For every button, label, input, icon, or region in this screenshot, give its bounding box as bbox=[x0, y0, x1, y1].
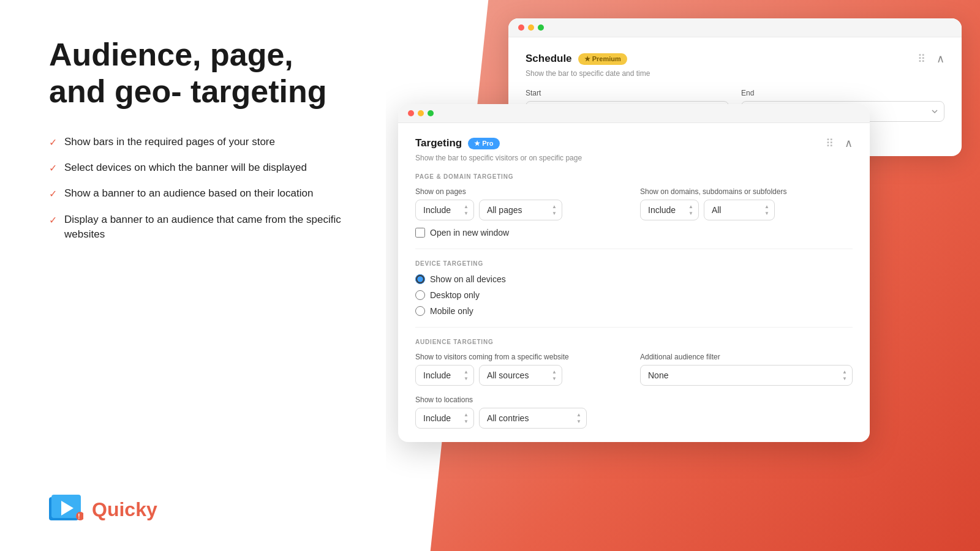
chevron-box-1: ▲ ▼ bbox=[459, 204, 473, 216]
device-radio-group: Show on all devices Desktop only Mobile … bbox=[415, 274, 853, 316]
section-sep-2 bbox=[415, 327, 853, 328]
show-visitors-group: Show to visitors coming from a specific … bbox=[415, 353, 628, 386]
right-panel: Schedule ★ Premium ⠿ ∧ Show the bar to s… bbox=[386, 0, 980, 551]
open-new-window-checkbox[interactable] bbox=[415, 228, 425, 238]
all-select-wrapper: All ▲ ▼ bbox=[704, 200, 775, 220]
hero-title: Audience, page, and geo- targeting bbox=[49, 37, 355, 110]
all-countries-select-wrapper: All contries ▲ ▼ bbox=[479, 408, 587, 429]
check-icon: ✓ bbox=[49, 214, 57, 227]
include-select-2[interactable]: Include bbox=[641, 200, 684, 220]
radio-desktop-only-label: Desktop only bbox=[430, 290, 480, 300]
end-label: End bbox=[741, 89, 944, 97]
targeting-section-header: Targeting ★ Pro ⠿ ∧ bbox=[415, 137, 853, 150]
additional-filter-label: Additional audience filter bbox=[640, 353, 853, 361]
show-on-domains-label: Show on domains, subdomains or subfolder… bbox=[640, 187, 853, 196]
include-select-4[interactable]: Include bbox=[416, 408, 459, 428]
device-option-desktop[interactable]: Desktop only bbox=[415, 290, 853, 300]
logo-text: Quicky bbox=[92, 498, 157, 521]
chevron-box-9: ▲ ▼ bbox=[571, 412, 586, 424]
page-domain-title: PAGE & DOMAIN TARGETING bbox=[415, 173, 853, 180]
audience-section-title: AUDIENCE TARGETING bbox=[415, 339, 853, 345]
targeting-titlebar bbox=[398, 104, 870, 123]
show-on-domains-selects: Include ▲ ▼ All ▲ bbox=[640, 200, 853, 220]
all-pages-select-wrapper: All pages ▲ ▼ bbox=[479, 200, 562, 220]
grid-icon: ⠿ bbox=[918, 52, 927, 66]
chevron-box-6: ▲ ▼ bbox=[547, 369, 562, 381]
show-visitors-selects: Include ▲ ▼ All sources bbox=[415, 365, 628, 386]
device-option-all[interactable]: Show on all devices bbox=[415, 274, 853, 284]
radio-all-devices[interactable] bbox=[415, 274, 425, 284]
collapse-icon[interactable]: ∧ bbox=[937, 52, 944, 66]
page-domain-row: Show on pages Include ▲ ▼ bbox=[415, 187, 853, 220]
features-list: ✓ Show bars in the required pages of you… bbox=[49, 135, 355, 242]
dot-yellow bbox=[418, 110, 424, 116]
device-option-mobile[interactable]: Mobile only bbox=[415, 306, 853, 316]
show-on-pages-group: Show on pages Include ▲ ▼ bbox=[415, 187, 628, 220]
radio-mobile-only-label: Mobile only bbox=[430, 306, 473, 316]
schedule-title: Schedule bbox=[526, 53, 572, 65]
chevron-box-2: ▲ ▼ bbox=[547, 204, 562, 216]
all-countries-select[interactable]: All contries bbox=[480, 408, 571, 428]
dot-green bbox=[428, 110, 434, 116]
dot-yellow bbox=[528, 24, 534, 31]
open-new-window-label: Open in new window bbox=[430, 228, 509, 238]
section-header: Schedule ★ Premium ⠿ ∧ bbox=[526, 52, 944, 66]
schedule-subtitle: Show the bar to specific date and time bbox=[526, 69, 944, 78]
list-item: ✓ Select devices on which the banner wil… bbox=[49, 160, 355, 175]
include-select-2-wrapper: Include ▲ ▼ bbox=[640, 200, 699, 220]
none-select-wrapper: None ▲ ▼ bbox=[640, 365, 853, 386]
radio-all-devices-label: Show on all devices bbox=[430, 274, 506, 284]
all-sources-select-wrapper: All sources ▲ ▼ bbox=[479, 365, 562, 386]
all-select[interactable]: All bbox=[704, 200, 760, 220]
section-sep-1 bbox=[415, 249, 853, 249]
show-locations-group: Show to locations Include ▲ ▼ bbox=[415, 395, 853, 429]
list-item: ✓ Show a banner to an audience based on … bbox=[49, 186, 355, 201]
show-locations-selects: Include ▲ ▼ All contries bbox=[415, 408, 853, 429]
all-pages-select[interactable]: All pages bbox=[480, 200, 547, 220]
none-select[interactable]: None bbox=[641, 365, 837, 385]
targeting-body: Targeting ★ Pro ⠿ ∧ Show the bar to spec… bbox=[398, 123, 870, 442]
additional-filter-group: Additional audience filter None ▲ ▼ bbox=[640, 353, 853, 386]
check-icon: ✓ bbox=[49, 187, 57, 201]
chevron-box-3: ▲ ▼ bbox=[684, 204, 698, 216]
show-on-pages-label: Show on pages bbox=[415, 187, 628, 196]
radio-mobile-only[interactable] bbox=[415, 306, 425, 316]
show-on-pages-selects: Include ▲ ▼ All pages bbox=[415, 200, 628, 220]
check-icon: ✓ bbox=[49, 162, 57, 175]
show-visitors-label: Show to visitors coming from a specific … bbox=[415, 353, 628, 361]
check-icon: ✓ bbox=[49, 136, 57, 149]
chevron-box-8: ▲ ▼ bbox=[459, 412, 473, 424]
include-select-1[interactable]: Include bbox=[416, 200, 459, 220]
targeting-card: Targeting ★ Pro ⠿ ∧ Show the bar to spec… bbox=[398, 104, 870, 442]
svg-text:!: ! bbox=[78, 512, 80, 520]
targeting-title: Targeting bbox=[415, 137, 462, 149]
section-title-row: Schedule ★ Premium bbox=[526, 53, 627, 65]
include-select-4-wrapper: Include ▲ ▼ bbox=[415, 408, 474, 429]
location-row: Show to locations Include ▲ ▼ bbox=[415, 395, 853, 429]
show-locations-label: Show to locations bbox=[415, 395, 853, 404]
list-item: ✓ Show bars in the required pages of you… bbox=[49, 135, 355, 149]
premium-badge: ★ Premium bbox=[578, 53, 627, 65]
left-panel: Audience, page, and geo- targeting ✓ Sho… bbox=[0, 0, 386, 551]
chevron-box-4: ▲ ▼ bbox=[760, 204, 774, 216]
targeting-title-row: Targeting ★ Pro bbox=[415, 137, 500, 149]
list-item: ✓ Display a banner to an audience that c… bbox=[49, 212, 355, 242]
collapse-icon-targeting[interactable]: ∧ bbox=[845, 137, 853, 150]
quicky-logo-icon: ! bbox=[49, 492, 83, 527]
include-select-3[interactable]: Include bbox=[416, 365, 459, 385]
grid-icon-targeting: ⠿ bbox=[826, 137, 835, 150]
dot-red bbox=[408, 110, 414, 116]
show-on-domains-group: Show on domains, subdomains or subfolder… bbox=[640, 187, 853, 220]
include-select-1-wrapper: Include ▲ ▼ bbox=[415, 200, 474, 220]
radio-desktop-only[interactable] bbox=[415, 290, 425, 300]
chevron-box-5: ▲ ▼ bbox=[459, 369, 473, 381]
card-titlebar bbox=[508, 18, 962, 37]
chevron-box-7: ▲ ▼ bbox=[837, 369, 852, 381]
logo-area: ! Quicky bbox=[49, 492, 355, 527]
audience-row: Show to visitors coming from a specific … bbox=[415, 353, 853, 386]
device-section-title: DEVICE TARGETING bbox=[415, 260, 853, 267]
all-sources-select[interactable]: All sources bbox=[480, 365, 547, 385]
include-select-3-wrapper: Include ▲ ▼ bbox=[415, 365, 474, 386]
targeting-subtitle: Show the bar to specific visitors or on … bbox=[415, 154, 853, 162]
start-label: Start bbox=[526, 89, 729, 97]
